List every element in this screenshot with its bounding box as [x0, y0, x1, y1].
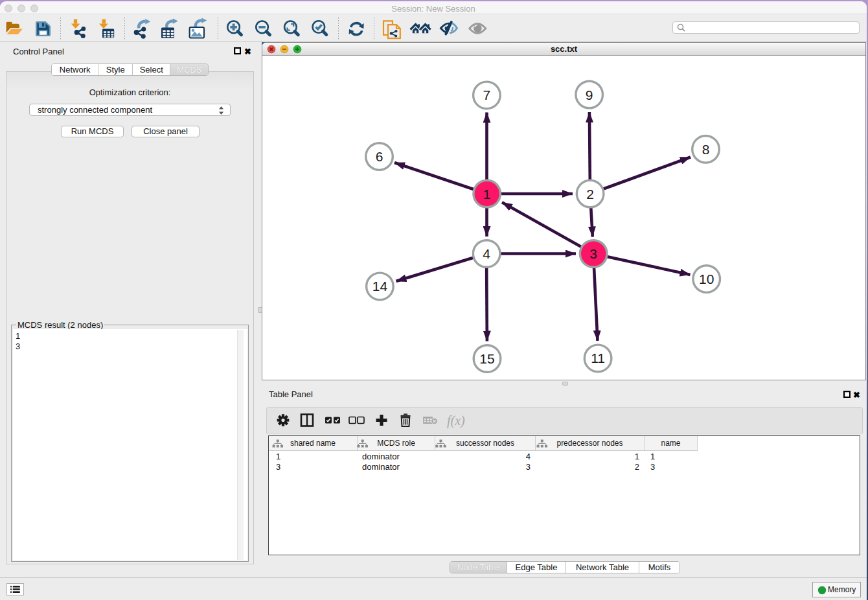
svg-text:4: 4: [483, 246, 490, 261]
svg-text:f(x): f(x): [447, 413, 465, 428]
svg-text:8: 8: [702, 142, 710, 157]
svg-text:14: 14: [372, 279, 388, 294]
svg-text:10: 10: [699, 271, 714, 286]
svg-text:6: 6: [376, 149, 383, 164]
svg-text:7: 7: [483, 87, 491, 102]
svg-text:15: 15: [479, 351, 494, 366]
svg-text:2: 2: [586, 187, 594, 202]
svg-text:11: 11: [591, 351, 605, 365]
svg-text:3: 3: [589, 246, 597, 261]
svg-text:9: 9: [586, 87, 593, 102]
svg-text:1: 1: [483, 187, 491, 202]
